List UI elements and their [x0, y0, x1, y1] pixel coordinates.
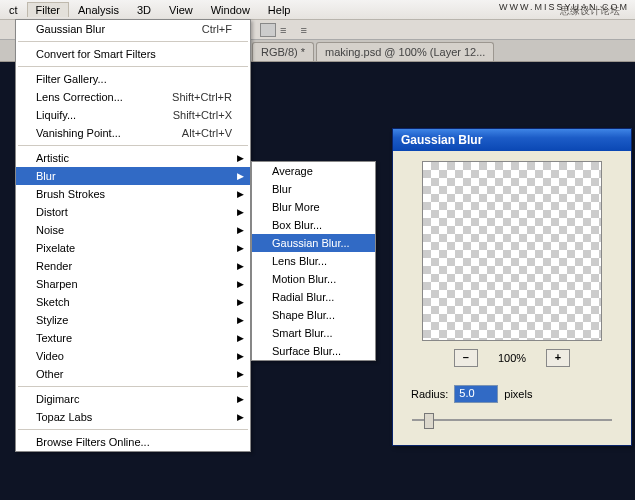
label: Lens Blur...	[272, 255, 327, 267]
menu-sharpen[interactable]: Sharpen▶	[16, 275, 250, 293]
toolbar-icon[interactable]	[260, 23, 276, 37]
label: Blur	[272, 183, 292, 195]
menu-window[interactable]: Window	[202, 2, 259, 18]
zoom-in-button[interactable]: +	[546, 349, 570, 367]
menu-filter-gallery[interactable]: Filter Gallery...	[16, 70, 250, 88]
blur-shape[interactable]: Shape Blur...	[252, 306, 375, 324]
menu-liquify[interactable]: Liquify...Shift+Ctrl+X	[16, 106, 250, 124]
menu-filter[interactable]: Filter	[27, 2, 69, 17]
radius-unit: pixels	[504, 388, 532, 400]
chevron-right-icon: ▶	[237, 153, 244, 163]
label: Vanishing Point...	[36, 127, 121, 139]
radius-label: Radius:	[411, 388, 448, 400]
label: Browse Filters Online...	[36, 436, 150, 448]
menu-topaz[interactable]: Topaz Labs▶	[16, 408, 250, 426]
blur-box[interactable]: Box Blur...	[252, 216, 375, 234]
label: Distort	[36, 206, 68, 218]
blur-smart[interactable]: Smart Blur...	[252, 324, 375, 342]
blur-blur[interactable]: Blur	[252, 180, 375, 198]
chevron-right-icon: ▶	[237, 207, 244, 217]
menu-trunc: ct	[0, 2, 27, 18]
menu-browse-online[interactable]: Browse Filters Online...	[16, 433, 250, 451]
label: Stylize	[36, 314, 68, 326]
label: Other	[36, 368, 64, 380]
attribution-text: 思缘设计论坛	[551, 2, 629, 20]
align-icon[interactable]: ≡	[280, 24, 286, 36]
label: Liquify...	[36, 109, 76, 121]
filter-menu-dropdown: Gaussian Blur Ctrl+F Convert for Smart F…	[15, 19, 251, 452]
document-tab-1[interactable]: RGB/8) *	[252, 42, 314, 61]
chevron-right-icon: ▶	[237, 394, 244, 404]
radius-input[interactable]: 5.0	[454, 385, 498, 403]
label: Brush Strokes	[36, 188, 105, 200]
blur-motion[interactable]: Motion Blur...	[252, 270, 375, 288]
chevron-right-icon: ▶	[237, 315, 244, 325]
label: Box Blur...	[272, 219, 322, 231]
chevron-right-icon: ▶	[237, 279, 244, 289]
main-menubar: ct Filter Analysis 3D View Window Help 思…	[0, 0, 635, 20]
label: Digimarc	[36, 393, 79, 405]
label: Convert for Smart Filters	[36, 48, 156, 60]
menu-artistic[interactable]: Artistic▶	[16, 149, 250, 167]
gaussian-blur-dialog: Gaussian Blur – 100% + Radius: 5.0 pixel…	[392, 128, 632, 446]
menu-stylize[interactable]: Stylize▶	[16, 311, 250, 329]
label: Shape Blur...	[272, 309, 335, 321]
blur-submenu: Average Blur Blur More Box Blur... Gauss…	[251, 161, 376, 361]
separator	[18, 66, 248, 67]
chevron-right-icon: ▶	[237, 412, 244, 422]
label: Sharpen	[36, 278, 78, 290]
menu-distort[interactable]: Distort▶	[16, 203, 250, 221]
menu-render[interactable]: Render▶	[16, 257, 250, 275]
menu-texture[interactable]: Texture▶	[16, 329, 250, 347]
label: Blur More	[272, 201, 320, 213]
radius-slider[interactable]	[412, 411, 612, 429]
menu-pixelate[interactable]: Pixelate▶	[16, 239, 250, 257]
align-icon[interactable]: ≡	[300, 24, 306, 36]
menu-vanishing-point[interactable]: Vanishing Point...Alt+Ctrl+V	[16, 124, 250, 142]
dialog-titlebar[interactable]: Gaussian Blur	[393, 129, 631, 151]
menu-help[interactable]: Help	[259, 2, 300, 18]
label: Pixelate	[36, 242, 75, 254]
menu-view[interactable]: View	[160, 2, 202, 18]
chevron-right-icon: ▶	[237, 297, 244, 307]
chevron-right-icon: ▶	[237, 351, 244, 361]
separator	[18, 145, 248, 146]
blur-lens[interactable]: Lens Blur...	[252, 252, 375, 270]
blur-gaussian[interactable]: Gaussian Blur...	[252, 234, 375, 252]
zoom-percent: 100%	[498, 352, 526, 364]
shortcut: Alt+Ctrl+V	[182, 127, 232, 139]
label: Video	[36, 350, 64, 362]
menu-digimarc[interactable]: Digimarc▶	[16, 390, 250, 408]
menu-blur[interactable]: Blur▶	[16, 167, 250, 185]
label: Filter Gallery...	[36, 73, 107, 85]
menu-brush-strokes[interactable]: Brush Strokes▶	[16, 185, 250, 203]
label: Topaz Labs	[36, 411, 92, 423]
document-tab-2[interactable]: making.psd @ 100% (Layer 12...	[316, 42, 494, 61]
menu-lens-correction[interactable]: Lens Correction...Shift+Ctrl+R	[16, 88, 250, 106]
menu-other[interactable]: Other▶	[16, 365, 250, 383]
menu-convert-smart[interactable]: Convert for Smart Filters	[16, 45, 250, 63]
label: Lens Correction...	[36, 91, 123, 103]
menu-3d[interactable]: 3D	[128, 2, 160, 18]
menu-analysis[interactable]: Analysis	[69, 2, 128, 18]
slider-track	[412, 419, 612, 421]
blur-radial[interactable]: Radial Blur...	[252, 288, 375, 306]
blur-more[interactable]: Blur More	[252, 198, 375, 216]
chevron-right-icon: ▶	[237, 189, 244, 199]
label: Texture	[36, 332, 72, 344]
slider-thumb[interactable]	[424, 413, 434, 429]
menu-noise[interactable]: Noise▶	[16, 221, 250, 239]
zoom-out-button[interactable]: –	[454, 349, 478, 367]
shortcut: Shift+Ctrl+R	[172, 91, 232, 103]
blur-average[interactable]: Average	[252, 162, 375, 180]
menu-recent-filter[interactable]: Gaussian Blur Ctrl+F	[16, 20, 250, 38]
separator	[18, 386, 248, 387]
separator	[18, 41, 248, 42]
menu-video[interactable]: Video▶	[16, 347, 250, 365]
chevron-right-icon: ▶	[237, 225, 244, 235]
menu-sketch[interactable]: Sketch▶	[16, 293, 250, 311]
blur-surface[interactable]: Surface Blur...	[252, 342, 375, 360]
preview-area[interactable]	[422, 161, 602, 341]
label: Gaussian Blur...	[272, 237, 350, 249]
separator	[18, 429, 248, 430]
